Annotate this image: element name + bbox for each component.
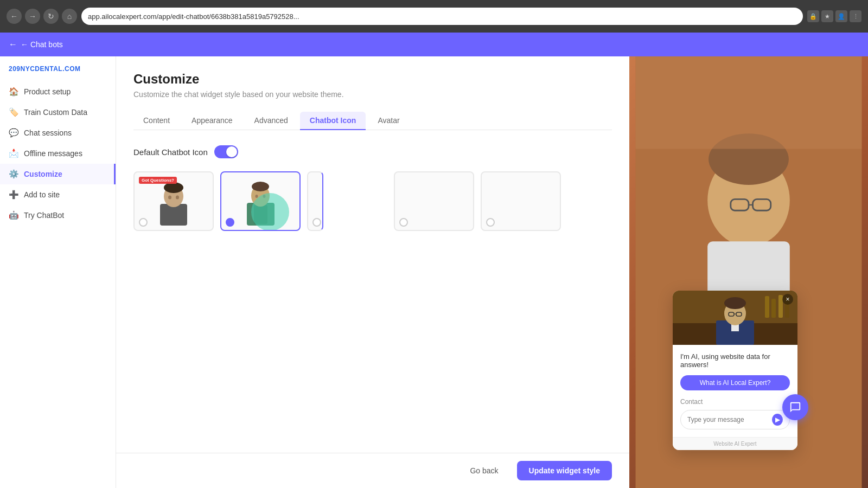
svg-point-4 — [176, 196, 179, 200]
icon-grid: Got Questions? — [133, 171, 612, 231]
tab-chatbot-icon[interactable]: Chatbot Icon — [300, 112, 366, 130]
refresh-button[interactable]: ↻ — [43, 9, 59, 24]
toggle-knob — [226, 146, 237, 157]
address-bar[interactable]: app.ailocalexpert.com/app/edit-chatbot/6… — [81, 8, 803, 25]
icon-card-5[interactable] — [481, 171, 561, 231]
forward-button[interactable]: → — [25, 9, 40, 24]
browser-controls: ← → ↻ ⌂ — [7, 9, 77, 24]
app-header: ← ← Chat bots — [0, 33, 868, 56]
tab-content[interactable]: Content — [133, 112, 180, 130]
sidebar-item-add-to-site[interactable]: ➕ Add to site — [0, 184, 116, 205]
ext-icon-3: 👤 — [835, 10, 847, 22]
sidebar-item-offline-messages[interactable]: 📩 Offline messages — [0, 143, 116, 164]
sidebar-label-chat-sessions: Chat sessions — [24, 129, 72, 137]
back-arrow-icon: ← — [9, 40, 17, 49]
chat-icon: 💬 — [9, 128, 18, 138]
svg-point-8 — [252, 182, 269, 191]
toggle-label: Default Chatbot Icon — [133, 147, 208, 157]
teal-circle — [251, 193, 289, 231]
content-footer: Go back Update widget style — [116, 453, 629, 488]
chat-bubble-icon — [789, 401, 801, 413]
tab-avatar[interactable]: Avatar — [368, 112, 409, 130]
default-chatbot-icon-toggle[interactable] — [214, 145, 238, 158]
browser-chrome: ← → ↻ ⌂ app.ailocalexpert.com/app/edit-c… — [0, 0, 868, 33]
sidebar: 209NYCDENTAL.COM 🏠 Product setup 🏷️ Trai… — [0, 56, 116, 488]
tag-icon: 🏷️ — [9, 107, 18, 117]
sidebar-label-offline-messages: Offline messages — [24, 149, 82, 158]
sidebar-domain: 209NYCDENTAL.COM — [0, 65, 116, 81]
tab-appearance[interactable]: Appearance — [182, 112, 242, 130]
update-widget-style-button[interactable]: Update widget style — [517, 461, 612, 480]
page-subtitle: Customize the chat widget style based on… — [133, 90, 612, 99]
icon-card-3[interactable] — [307, 171, 323, 231]
main-content: Customize Customize the chat widget styl… — [116, 56, 629, 488]
radio-card-3 — [312, 218, 321, 227]
sidebar-label-add-to-site: Add to site — [24, 190, 60, 199]
radio-card-2 — [226, 218, 234, 227]
person-1-svg — [152, 177, 195, 226]
home-button[interactable]: ⌂ — [62, 9, 77, 24]
svg-point-3 — [168, 196, 171, 200]
robot-icon: 🤖 — [9, 210, 18, 220]
toggle-row: Default Chatbot Icon — [133, 145, 612, 158]
icon-card-4[interactable] — [394, 171, 474, 231]
browser-extras: 🔒 ★ 👤 ⋮ — [807, 10, 861, 22]
ext-icon-4: ⋮ — [850, 10, 861, 22]
got-questions-badge: Got Questions? — [139, 177, 177, 184]
sidebar-item-customize[interactable]: ⚙️ Customize — [0, 164, 116, 184]
svg-rect-31 — [636, 56, 862, 149]
sidebar-item-train-custom-data[interactable]: 🏷️ Train Custom Data — [0, 102, 116, 123]
sidebar-item-try-chatbot[interactable]: 🤖 Try ChatBot — [0, 205, 116, 226]
app-body: 209NYCDENTAL.COM 🏠 Product setup 🏷️ Trai… — [0, 56, 868, 488]
icon-card-2[interactable] — [220, 171, 301, 231]
sidebar-label-product-setup: Product setup — [24, 87, 71, 96]
sidebar-item-product-setup[interactable]: 🏠 Product setup — [0, 81, 116, 102]
tab-advanced[interactable]: Advanced — [245, 112, 298, 130]
sidebar-item-chat-sessions[interactable]: 💬 Chat sessions — [0, 123, 116, 143]
ext-icon-2: ★ — [821, 10, 833, 22]
page-title: Customize — [133, 72, 612, 87]
plus-icon: ➕ — [9, 190, 18, 200]
ext-icon-1: 🔒 — [807, 10, 819, 22]
radio-card-5 — [486, 218, 495, 227]
tab-bar: Content Appearance Advanced Chatbot Icon… — [133, 112, 612, 130]
sidebar-label-try-chatbot: Try ChatBot — [24, 211, 64, 220]
radio-card-4 — [399, 218, 408, 227]
chat-bubble-button[interactable] — [782, 394, 808, 420]
back-label: ← Chat bots — [21, 40, 63, 49]
back-button[interactable]: ← — [7, 9, 22, 24]
svg-point-2 — [164, 182, 183, 193]
home-icon: 🏠 — [9, 87, 18, 97]
gear-icon: ⚙️ — [9, 169, 18, 179]
sidebar-label-train-custom-data: Train Custom Data — [24, 108, 87, 117]
envelope-icon: 📩 — [9, 149, 18, 158]
sidebar-label-customize: Customize — [24, 170, 62, 178]
back-to-chatbots-button[interactable]: ← ← Chat bots — [9, 40, 63, 49]
radio-card-1 — [139, 218, 148, 227]
app-container: ← ← Chat bots 209NYCDENTAL.COM 🏠 Product… — [0, 33, 868, 488]
content-area: Customize Customize the chat widget styl… — [116, 56, 629, 453]
go-back-button[interactable]: Go back — [458, 461, 510, 480]
icon-card-1[interactable]: Got Questions? — [133, 171, 214, 231]
